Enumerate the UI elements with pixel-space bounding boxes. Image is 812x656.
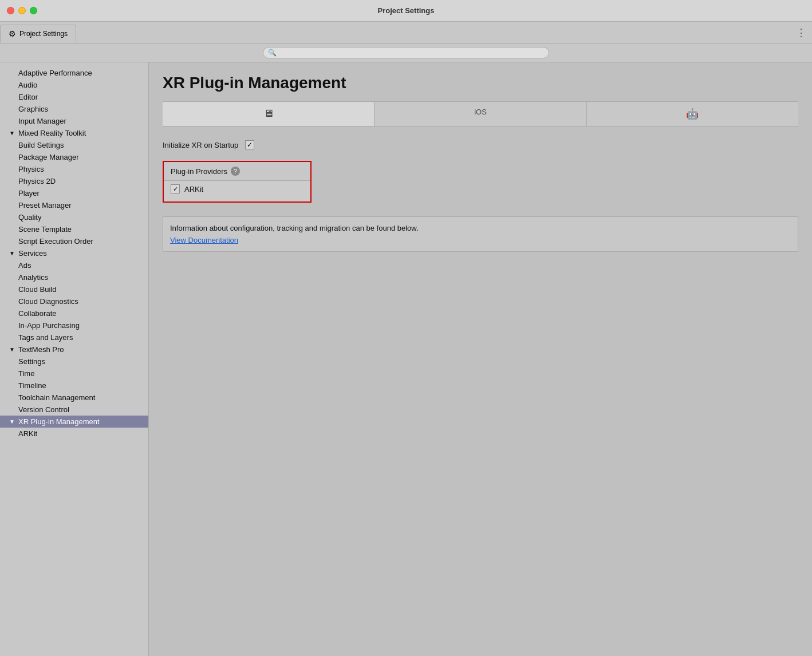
traffic-lights [7,7,37,14]
sidebar-item-label: Quality [18,213,41,222]
gear-icon: ⚙ [9,29,16,38]
search-input-wrapper: 🔍 [263,47,549,58]
sidebar-item-physics[interactable]: Physics [0,163,148,175]
sidebar-item-textmesh-settings[interactable]: Settings [0,355,148,367]
sidebar-item-in-app-purchasing[interactable]: In-App Purchasing [0,319,148,331]
search-bar: 🔍 [0,44,812,62]
sidebar-item-input-manager[interactable]: Input Manager [0,115,148,127]
arkit-checkbox-icon: ✓ [173,185,178,193]
sidebar-item-label: Input Manager [18,117,66,125]
sidebar-item-scene-template[interactable]: Scene Template [0,223,148,235]
sidebar-item-label: Analytics [18,273,48,282]
tab-label: Project Settings [19,30,68,38]
arrow-icon: ▼ [9,130,16,136]
sidebar-item-label: Graphics [18,105,48,113]
sidebar-item-cloud-diagnostics[interactable]: Cloud Diagnostics [0,295,148,307]
sidebar-item-label: Adaptive Performance [18,69,92,77]
sidebar-item-build-settings[interactable]: Build Settings [0,139,148,151]
arrow-icon: ▼ [9,418,16,425]
sidebar-item-services[interactable]: ▼Services [0,247,148,259]
sidebar-item-arkit[interactable]: ARKit [0,428,148,440]
help-icon-label: ? [234,168,237,175]
sidebar-item-quality[interactable]: Quality [0,211,148,223]
maximize-button[interactable] [30,7,37,14]
sidebar-item-label: Services [18,249,47,258]
sidebar-item-package-manager[interactable]: Package Manager [0,151,148,163]
arrow-icon: ▼ [9,250,16,256]
tab-desktop[interactable]: 🖥 [163,102,375,126]
ios-label: iOS [474,108,487,116]
tab-ios[interactable]: iOS [375,102,586,126]
sidebar-item-graphics[interactable]: Graphics [0,103,148,115]
sidebar-item-preset-manager[interactable]: Preset Manager [0,199,148,211]
info-text: Information about configuration, trackin… [170,224,791,232]
arrow-icon: ▼ [9,346,16,353]
sidebar-item-script-execution-order[interactable]: Script Execution Order [0,235,148,247]
window-title: Project Settings [378,6,435,15]
sidebar-item-label: Time [18,369,34,378]
sidebar-item-label: Version Control [18,405,69,414]
sidebar-item-xr-plugin-management[interactable]: ▼XR Plug-in Management [0,416,148,428]
sidebar-item-label: In-App Purchasing [18,321,80,330]
checkbox-check-icon: ✓ [247,141,253,149]
sidebar-item-label: Cloud Build [18,285,57,294]
sidebar-item-label: Package Manager [18,153,79,161]
sidebar-item-audio[interactable]: Audio [0,79,148,91]
android-icon: 🤖 [686,108,699,120]
arkit-checkbox[interactable]: ✓ [171,184,180,193]
sidebar-item-label: Ads [18,261,31,270]
initialize-xr-label: Initialize XR on Startup [163,141,238,149]
sidebar-item-label: Preset Manager [18,201,72,210]
sidebar-item-collaborate[interactable]: Collaborate [0,307,148,319]
sidebar-item-label: Cloud Diagnostics [18,297,78,306]
sidebar-item-label: Collaborate [18,309,57,318]
sidebar-item-label: Scene Template [18,225,72,234]
sidebar-item-label: Script Execution Order [18,237,93,246]
sidebar-item-label: Build Settings [18,141,64,149]
sidebar-item-player[interactable]: Player [0,187,148,199]
tab-menu-icon[interactable]: ⋮ [796,26,806,39]
initialize-xr-checkbox[interactable]: ✓ [245,140,254,149]
sidebar-item-label: Timeline [18,381,46,390]
minimize-button[interactable] [18,7,26,14]
tab-android[interactable]: 🤖 [587,102,798,126]
sidebar-item-label: Editor [18,93,38,101]
sidebar-item-version-control[interactable]: Version Control [0,404,148,416]
project-settings-tab[interactable]: ⚙ Project Settings [0,25,76,43]
plugin-providers-header: Plug-in Providers ? [164,162,310,181]
plugin-providers-label: Plug-in Providers [171,167,227,176]
sidebar-item-physics-2d[interactable]: Physics 2D [0,175,148,187]
search-input[interactable] [279,49,508,57]
info-section: Information about configuration, trackin… [163,216,798,252]
initialize-xr-row: Initialize XR on Startup ✓ [149,136,812,154]
sidebar-item-label: Physics 2D [18,177,56,185]
sidebar-item-adaptive-performance[interactable]: Adaptive Performance [0,67,148,79]
sidebar-item-analytics[interactable]: Analytics [0,271,148,283]
desktop-icon: 🖥 [263,108,274,120]
sidebar-item-toolchain-management[interactable]: Toolchain Management [0,392,148,404]
sidebar-item-label: Toolchain Management [18,393,95,402]
sidebar-item-cloud-build[interactable]: Cloud Build [0,283,148,295]
search-icon: 🔍 [268,49,277,57]
close-button[interactable] [7,7,14,14]
sidebar-item-label: Physics [18,165,44,173]
help-icon[interactable]: ? [231,167,240,176]
sidebar-item-mixed-reality-toolkit[interactable]: ▼Mixed Reality Toolkit [0,127,148,139]
title-bar: Project Settings [0,0,812,22]
platform-tabs: 🖥 iOS 🤖 [163,101,798,127]
sidebar: Adaptive PerformanceAudioEditorGraphicsI… [0,62,149,656]
tab-bar: ⚙ Project Settings ⋮ [0,22,812,44]
sidebar-item-ads[interactable]: Ads [0,259,148,271]
sidebar-item-tags-and-layers[interactable]: Tags and Layers [0,331,148,343]
sidebar-item-label: ARKit [18,429,37,438]
main-content: Adaptive PerformanceAudioEditorGraphicsI… [0,62,812,656]
sidebar-item-textmesh-pro[interactable]: ▼TextMesh Pro [0,343,148,355]
content-panel: XR Plug-in Management 🖥 iOS 🤖 Initialize… [149,62,812,656]
sidebar-item-timeline[interactable]: Timeline [0,380,148,392]
sidebar-item-editor[interactable]: Editor [0,91,148,103]
sidebar-item-label: Tags and Layers [18,333,73,342]
sidebar-item-time[interactable]: Time [0,367,148,380]
app-container: ⚙ Project Settings ⋮ 🔍 Adaptive Performa… [0,22,812,656]
view-documentation-link[interactable]: View Documentation [170,236,238,244]
sidebar-item-label: Audio [18,81,37,89]
